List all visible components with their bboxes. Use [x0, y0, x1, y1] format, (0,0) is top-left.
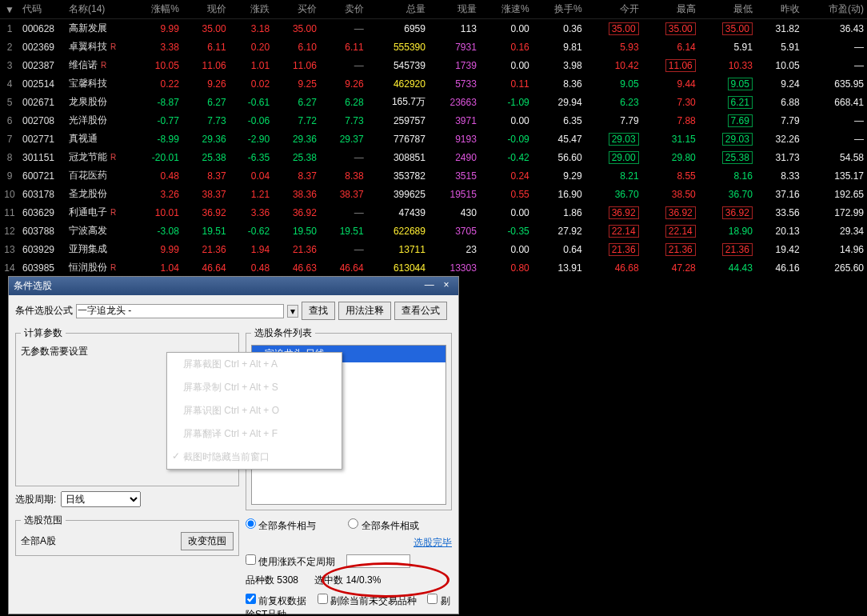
minimize-icon[interactable]: —: [422, 279, 437, 290]
col-header[interactable]: 涨幅%: [130, 0, 182, 19]
selected-value: 14/0.3%: [346, 574, 381, 586]
variable-cycle-checkbox[interactable]: 使用涨跌不定周期: [246, 556, 335, 567]
col-header[interactable]: 今开: [585, 0, 642, 19]
table-row[interactable]: 2002369卓翼科技R3.386.110.206.106.1155539079…: [0, 38, 867, 56]
table-row[interactable]: 5002671龙泉股份-8.876.27-0.616.276.28165.7万2…: [0, 93, 867, 111]
variable-cycle-input[interactable]: [346, 554, 410, 568]
variety-label: 品种数: [246, 574, 274, 586]
radio-and[interactable]: 全部条件相与: [246, 518, 316, 533]
col-header[interactable]: 市盈(动): [803, 0, 867, 19]
complete-link[interactable]: 选股完毕: [414, 537, 452, 548]
table-row[interactable]: 11603629利通电子R10.0136.923.3636.92—4743943…: [0, 203, 867, 222]
col-header[interactable]: 最低: [699, 0, 756, 19]
view-formula-button[interactable]: 查看公式: [394, 302, 447, 320]
period-label: 选股周期:: [15, 493, 56, 506]
col-header[interactable]: 代码: [19, 0, 66, 19]
formula-label: 条件选股公式: [15, 304, 73, 318]
col-header[interactable]: 昨收: [756, 0, 803, 19]
fuquan-checkbox[interactable]: 前复权数据: [246, 595, 306, 606]
table-body: 1000628高新发展9.9935.003.1835.00—69591130.0…: [0, 19, 867, 278]
change-range-button[interactable]: 改变范围: [181, 532, 234, 550]
col-header[interactable]: ▼: [0, 0, 19, 19]
table-row[interactable]: 13603929亚翔集成9.9921.361.9421.36—13711230.…: [0, 240, 867, 258]
dialog-title-text: 条件选股: [14, 279, 52, 293]
table-row[interactable]: 9600721百花医药0.488.370.048.378.38353782351…: [0, 166, 867, 185]
stock-table: ▼代码名称(14)涨幅%现价涨跌买价卖价总量现量涨速%换手%今开最高最低昨收市盈…: [0, 0, 867, 277]
col-header[interactable]: 现价: [182, 0, 230, 19]
dialog-titlebar[interactable]: 条件选股 — ×: [9, 277, 458, 295]
range-fieldset: 选股范围 全部A股 改变范围: [15, 514, 239, 556]
context-menu-item[interactable]: 屏幕截图 Ctrl + Alt + A: [167, 353, 342, 376]
col-header[interactable]: 涨跌: [230, 0, 274, 19]
col-header[interactable]: 换手%: [533, 0, 585, 19]
table-header-row: ▼代码名称(14)涨幅%现价涨跌买价卖价总量现量涨速%换手%今开最高最低昨收市盈…: [0, 0, 867, 19]
context-menu-item[interactable]: 屏幕翻译 Ctrl + Alt + F: [167, 422, 342, 446]
table-row[interactable]: 3002387维信诺R10.0511.061.0111.06—545739173…: [0, 56, 867, 74]
col-header[interactable]: 卖价: [320, 0, 367, 19]
period-select[interactable]: 日线: [61, 491, 141, 507]
col-header[interactable]: 买价: [273, 0, 320, 19]
table-row[interactable]: 6002708光洋股份-0.777.73-0.067.727.732597573…: [0, 111, 867, 130]
range-value: 全部A股: [21, 534, 56, 548]
close-icon[interactable]: ×: [439, 279, 453, 290]
help-button[interactable]: 用法注释: [338, 302, 391, 320]
radio-or[interactable]: 全部条件相或: [348, 518, 418, 533]
variety-value: 5308: [277, 574, 298, 586]
col-header[interactable]: 涨速%: [480, 0, 533, 19]
table-row[interactable]: 10603178圣龙股份3.2638.371.2138.3638.3739962…: [0, 185, 867, 203]
remove-nontrade-checkbox[interactable]: 剔除当前未交易品种: [318, 595, 417, 606]
context-menu-item[interactable]: 截图时隐藏当前窗口: [167, 446, 342, 469]
formula-input[interactable]: [76, 304, 284, 318]
dropdown-icon[interactable]: ▾: [287, 305, 298, 318]
context-menu-item[interactable]: 屏幕识图 Ctrl + Alt + O: [167, 399, 342, 422]
calc-params-legend: 计算参数: [21, 326, 66, 340]
condition-list-legend: 选股条件列表: [251, 326, 315, 340]
table-row[interactable]: 7002771真视通-8.9929.36-2.9029.3629.3777678…: [0, 130, 867, 148]
table-row[interactable]: 8301151冠龙节能R-20.0125.38-6.3525.38—308851…: [0, 148, 867, 166]
table-row[interactable]: 14603985恒润股份R1.0446.640.4846.6346.646130…: [0, 258, 867, 277]
col-header[interactable]: 最高: [642, 0, 699, 19]
col-header[interactable]: 现量: [429, 0, 480, 19]
context-menu-item[interactable]: 屏幕录制 Ctrl + Alt + S: [167, 376, 342, 399]
col-header[interactable]: 总量: [367, 0, 429, 19]
context-menu: 屏幕截图 Ctrl + Alt + A屏幕录制 Ctrl + Alt + S屏幕…: [166, 352, 342, 470]
range-legend: 选股范围: [21, 514, 66, 527]
selected-label: 选中数: [314, 574, 343, 586]
col-header[interactable]: 名称(14): [66, 0, 130, 19]
find-button[interactable]: 查找: [302, 302, 335, 320]
table-row[interactable]: 4002514宝馨科技0.229.260.029.259.26462920573…: [0, 74, 867, 93]
table-row[interactable]: 1000628高新发展9.9935.003.1835.00—69591130.0…: [0, 19, 867, 38]
table-row[interactable]: 12603788宁波高发-3.0819.51-0.6219.5019.51622…: [0, 222, 867, 240]
